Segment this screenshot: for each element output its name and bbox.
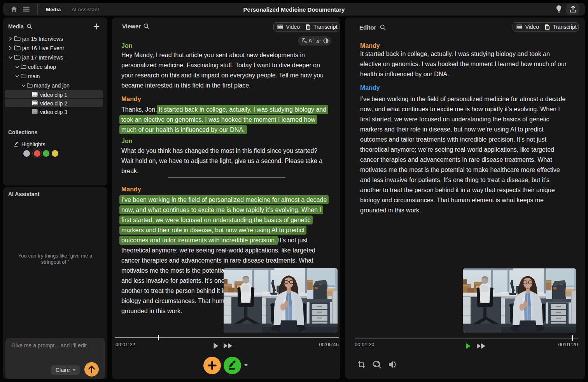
- svg-text:A: A: [304, 40, 307, 44]
